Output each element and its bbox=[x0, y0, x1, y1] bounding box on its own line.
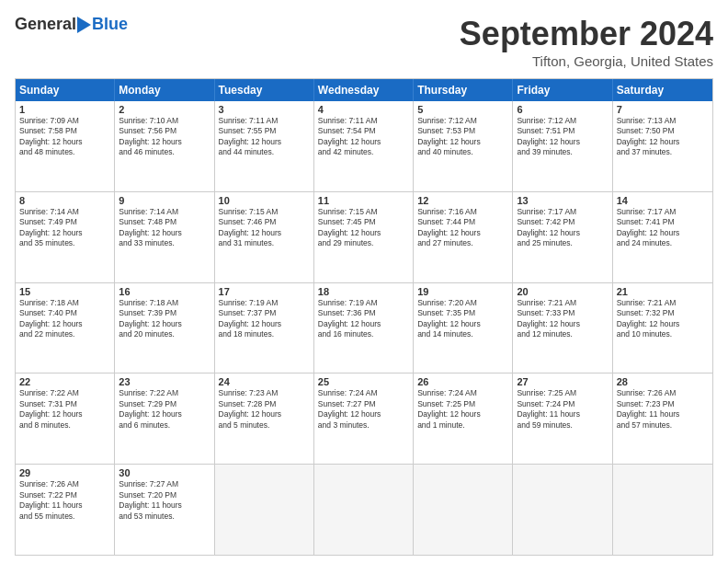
day-cell-23: 23Sunrise: 7:22 AM Sunset: 7:29 PM Dayli… bbox=[115, 373, 214, 464]
empty-cell-r4c5 bbox=[513, 465, 612, 555]
calendar-row-3: 15Sunrise: 7:18 AM Sunset: 7:40 PM Dayli… bbox=[16, 282, 712, 373]
logo-general-text: General bbox=[15, 15, 76, 34]
day-info: Sunrise: 7:10 AM Sunset: 7:56 PM Dayligh… bbox=[119, 116, 210, 158]
day-info: Sunrise: 7:12 AM Sunset: 7:51 PM Dayligh… bbox=[517, 116, 608, 158]
day-cell-7: 7Sunrise: 7:13 AM Sunset: 7:50 PM Daylig… bbox=[613, 101, 712, 191]
day-info: Sunrise: 7:24 AM Sunset: 7:25 PM Dayligh… bbox=[417, 388, 508, 431]
day-number: 27 bbox=[517, 376, 608, 387]
calendar-row-1: 1Sunrise: 7:09 AM Sunset: 7:58 PM Daylig… bbox=[16, 101, 712, 191]
day-cell-9: 9Sunrise: 7:14 AM Sunset: 7:48 PM Daylig… bbox=[115, 192, 214, 282]
day-number: 15 bbox=[19, 286, 110, 297]
empty-cell-r4c3 bbox=[314, 465, 414, 555]
day-info: Sunrise: 7:19 AM Sunset: 7:36 PM Dayligh… bbox=[318, 298, 409, 340]
day-cell-13: 13Sunrise: 7:17 AM Sunset: 7:42 PM Dayli… bbox=[513, 192, 612, 282]
day-info: Sunrise: 7:20 AM Sunset: 7:35 PM Dayligh… bbox=[417, 298, 508, 340]
day-info: Sunrise: 7:11 AM Sunset: 7:55 PM Dayligh… bbox=[219, 116, 310, 158]
day-cell-3: 3Sunrise: 7:11 AM Sunset: 7:55 PM Daylig… bbox=[215, 101, 314, 191]
day-info: Sunrise: 7:23 AM Sunset: 7:28 PM Dayligh… bbox=[219, 388, 310, 431]
day-cell-19: 19Sunrise: 7:20 AM Sunset: 7:35 PM Dayli… bbox=[414, 283, 513, 373]
header-day-monday: Monday bbox=[115, 79, 214, 101]
calendar-row-4: 22Sunrise: 7:22 AM Sunset: 7:31 PM Dayli… bbox=[16, 373, 712, 464]
day-info: Sunrise: 7:24 AM Sunset: 7:27 PM Dayligh… bbox=[318, 388, 409, 431]
empty-cell-r4c2 bbox=[215, 465, 314, 555]
day-number: 9 bbox=[119, 195, 210, 206]
day-number: 24 bbox=[219, 376, 310, 387]
day-info: Sunrise: 7:19 AM Sunset: 7:37 PM Dayligh… bbox=[219, 298, 310, 340]
day-cell-24: 24Sunrise: 7:23 AM Sunset: 7:28 PM Dayli… bbox=[215, 373, 314, 464]
calendar-row-5: 29Sunrise: 7:26 AM Sunset: 7:22 PM Dayli… bbox=[16, 464, 712, 555]
day-info: Sunrise: 7:14 AM Sunset: 7:48 PM Dayligh… bbox=[119, 207, 210, 249]
day-number: 8 bbox=[19, 195, 110, 206]
day-number: 18 bbox=[318, 286, 409, 297]
day-info: Sunrise: 7:14 AM Sunset: 7:49 PM Dayligh… bbox=[19, 207, 110, 249]
day-number: 6 bbox=[517, 104, 608, 115]
day-cell-5: 5Sunrise: 7:12 AM Sunset: 7:53 PM Daylig… bbox=[414, 101, 513, 191]
header-day-sunday: Sunday bbox=[16, 79, 115, 101]
day-number: 5 bbox=[417, 104, 508, 115]
day-number: 12 bbox=[417, 195, 508, 206]
page: General Blue September 2024 Tifton, Geor… bbox=[0, 0, 728, 563]
day-cell-17: 17Sunrise: 7:19 AM Sunset: 7:37 PM Dayli… bbox=[215, 283, 314, 373]
day-cell-25: 25Sunrise: 7:24 AM Sunset: 7:27 PM Dayli… bbox=[314, 373, 414, 464]
day-info: Sunrise: 7:25 AM Sunset: 7:24 PM Dayligh… bbox=[517, 388, 608, 431]
day-number: 25 bbox=[318, 376, 409, 387]
day-number: 19 bbox=[417, 286, 508, 297]
calendar-header: SundayMondayTuesdayWednesdayThursdayFrid… bbox=[16, 79, 712, 101]
day-cell-27: 27Sunrise: 7:25 AM Sunset: 7:24 PM Dayli… bbox=[513, 373, 612, 464]
day-info: Sunrise: 7:17 AM Sunset: 7:42 PM Dayligh… bbox=[517, 207, 608, 249]
day-info: Sunrise: 7:15 AM Sunset: 7:45 PM Dayligh… bbox=[318, 207, 409, 249]
day-cell-22: 22Sunrise: 7:22 AM Sunset: 7:31 PM Dayli… bbox=[16, 373, 115, 464]
header-day-saturday: Saturday bbox=[613, 79, 712, 101]
day-cell-30: 30Sunrise: 7:27 AM Sunset: 7:20 PM Dayli… bbox=[115, 465, 214, 555]
calendar: SundayMondayTuesdayWednesdayThursdayFrid… bbox=[15, 78, 713, 556]
day-info: Sunrise: 7:27 AM Sunset: 7:20 PM Dayligh… bbox=[119, 479, 210, 522]
day-number: 4 bbox=[318, 104, 409, 115]
day-info: Sunrise: 7:22 AM Sunset: 7:29 PM Dayligh… bbox=[119, 388, 210, 431]
month-title: September 2024 bbox=[460, 15, 713, 53]
day-info: Sunrise: 7:17 AM Sunset: 7:41 PM Dayligh… bbox=[617, 207, 709, 249]
header: General Blue September 2024 Tifton, Geor… bbox=[15, 15, 713, 69]
day-info: Sunrise: 7:26 AM Sunset: 7:23 PM Dayligh… bbox=[617, 388, 709, 431]
day-cell-28: 28Sunrise: 7:26 AM Sunset: 7:23 PM Dayli… bbox=[613, 373, 712, 464]
day-number: 10 bbox=[219, 195, 310, 206]
day-info: Sunrise: 7:22 AM Sunset: 7:31 PM Dayligh… bbox=[19, 388, 110, 431]
day-number: 1 bbox=[19, 104, 110, 115]
day-cell-6: 6Sunrise: 7:12 AM Sunset: 7:51 PM Daylig… bbox=[513, 101, 612, 191]
day-info: Sunrise: 7:15 AM Sunset: 7:46 PM Dayligh… bbox=[219, 207, 310, 249]
day-cell-15: 15Sunrise: 7:18 AM Sunset: 7:40 PM Dayli… bbox=[16, 283, 115, 373]
day-cell-1: 1Sunrise: 7:09 AM Sunset: 7:58 PM Daylig… bbox=[16, 101, 115, 191]
header-day-friday: Friday bbox=[513, 79, 612, 101]
day-cell-14: 14Sunrise: 7:17 AM Sunset: 7:41 PM Dayli… bbox=[613, 192, 712, 282]
day-info: Sunrise: 7:21 AM Sunset: 7:32 PM Dayligh… bbox=[617, 298, 709, 340]
day-cell-12: 12Sunrise: 7:16 AM Sunset: 7:44 PM Dayli… bbox=[414, 192, 513, 282]
empty-cell-r4c6 bbox=[613, 465, 712, 555]
day-cell-21: 21Sunrise: 7:21 AM Sunset: 7:32 PM Dayli… bbox=[613, 283, 712, 373]
day-number: 11 bbox=[318, 195, 409, 206]
day-number: 17 bbox=[219, 286, 310, 297]
day-info: Sunrise: 7:18 AM Sunset: 7:39 PM Dayligh… bbox=[119, 298, 210, 340]
day-number: 13 bbox=[517, 195, 608, 206]
day-cell-4: 4Sunrise: 7:11 AM Sunset: 7:54 PM Daylig… bbox=[314, 101, 414, 191]
day-info: Sunrise: 7:11 AM Sunset: 7:54 PM Dayligh… bbox=[318, 116, 409, 158]
day-info: Sunrise: 7:12 AM Sunset: 7:53 PM Dayligh… bbox=[417, 116, 508, 158]
day-cell-20: 20Sunrise: 7:21 AM Sunset: 7:33 PM Dayli… bbox=[513, 283, 612, 373]
day-cell-10: 10Sunrise: 7:15 AM Sunset: 7:46 PM Dayli… bbox=[215, 192, 314, 282]
day-number: 2 bbox=[119, 104, 210, 115]
day-cell-29: 29Sunrise: 7:26 AM Sunset: 7:22 PM Dayli… bbox=[16, 465, 115, 555]
day-number: 28 bbox=[617, 376, 709, 387]
day-info: Sunrise: 7:09 AM Sunset: 7:58 PM Dayligh… bbox=[19, 116, 110, 158]
title-block: September 2024 Tifton, Georgia, United S… bbox=[460, 15, 713, 69]
calendar-row-2: 8Sunrise: 7:14 AM Sunset: 7:49 PM Daylig… bbox=[16, 191, 712, 282]
location: Tifton, Georgia, United States bbox=[460, 53, 713, 69]
day-number: 16 bbox=[119, 286, 210, 297]
day-number: 26 bbox=[417, 376, 508, 387]
calendar-body: 1Sunrise: 7:09 AM Sunset: 7:58 PM Daylig… bbox=[16, 101, 712, 555]
day-number: 21 bbox=[617, 286, 709, 297]
header-day-thursday: Thursday bbox=[414, 79, 513, 101]
day-info: Sunrise: 7:18 AM Sunset: 7:40 PM Dayligh… bbox=[19, 298, 110, 340]
logo: General Blue bbox=[15, 15, 128, 34]
empty-cell-r4c4 bbox=[414, 465, 513, 555]
day-cell-16: 16Sunrise: 7:18 AM Sunset: 7:39 PM Dayli… bbox=[115, 283, 214, 373]
day-number: 14 bbox=[617, 195, 709, 206]
day-cell-11: 11Sunrise: 7:15 AM Sunset: 7:45 PM Dayli… bbox=[314, 192, 414, 282]
